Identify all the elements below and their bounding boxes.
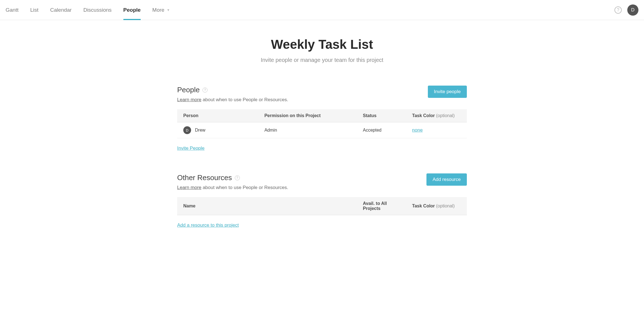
resources-section: Other Resources ? Learn more about when … — [177, 173, 467, 228]
topbar-right: ? D — [614, 4, 638, 16]
resources-learn-more-link[interactable]: Learn more — [177, 185, 201, 190]
invite-people-button[interactable]: Invite people — [428, 86, 467, 98]
page-title: Weekly Task List — [177, 37, 467, 52]
user-avatar[interactable]: D — [627, 4, 638, 16]
nav-tabs: Gantt List Calendar Discussions People M… — [6, 0, 170, 20]
people-section: People ? Learn more about when to use Pe… — [177, 86, 467, 151]
col-status: Status — [357, 109, 406, 122]
people-help-icon[interactable]: ? — [203, 88, 208, 93]
page-subtitle: Invite people or manage your team for th… — [177, 57, 467, 63]
col-task-color-r: Task Color (optional) — [406, 197, 467, 215]
invite-people-link[interactable]: Invite People — [177, 146, 204, 151]
resources-title-text: Other Resources — [177, 173, 232, 182]
people-section-header: People ? Learn more about when to use Pe… — [177, 86, 467, 103]
resources-section-header: Other Resources ? Learn more about when … — [177, 173, 467, 190]
task-color-link[interactable]: none — [412, 127, 423, 133]
table-row: D Drew Admin Accepted none — [177, 122, 467, 138]
resources-help-icon[interactable]: ? — [235, 175, 240, 180]
people-table: Person Permission on this Project Status… — [177, 109, 467, 138]
page-content: Weekly Task List Invite people or manage… — [174, 20, 470, 250]
col-name: Name — [177, 197, 357, 215]
people-section-title: People ? — [177, 86, 288, 94]
col-task-color-text: Task Color — [412, 113, 435, 118]
help-icon[interactable]: ? — [614, 6, 622, 14]
person-avatar: D — [183, 126, 191, 134]
resources-help-text: Learn more about when to use People or R… — [177, 185, 288, 190]
add-resource-link[interactable]: Add a resource to this project — [177, 222, 239, 228]
col-task-color-r-text: Task Color — [412, 204, 435, 208]
people-learn-more-link[interactable]: Learn more — [177, 97, 201, 102]
cell-status: Accepted — [357, 122, 406, 138]
people-help-text: Learn more about when to use People or R… — [177, 97, 288, 103]
resources-help-suffix: about when to use People or Resources. — [201, 185, 288, 190]
add-resource-button[interactable]: Add resource — [426, 173, 467, 186]
col-task-color-r-optional: (optional) — [435, 204, 455, 208]
resources-table: Name Avail. to All Projects Task Color (… — [177, 197, 467, 215]
tab-calendar[interactable]: Calendar — [50, 0, 72, 20]
tab-more[interactable]: More ▼ — [152, 7, 170, 13]
person-name: Drew — [195, 128, 205, 133]
col-person: Person — [177, 109, 258, 122]
col-avail: Avail. to All Projects — [357, 197, 406, 215]
more-label: More — [152, 7, 164, 13]
col-task-color-optional: (optional) — [435, 113, 455, 118]
cell-person: D Drew — [177, 122, 258, 138]
tab-people[interactable]: People — [123, 0, 141, 20]
cell-permission: Admin — [258, 122, 357, 138]
people-help-suffix: about when to use People or Resources. — [201, 97, 288, 102]
people-title-text: People — [177, 86, 200, 94]
col-permission: Permission on this Project — [258, 109, 357, 122]
tab-discussions[interactable]: Discussions — [83, 0, 111, 20]
tab-list[interactable]: List — [30, 0, 38, 20]
chevron-down-icon: ▼ — [167, 8, 170, 12]
resources-section-title: Other Resources ? — [177, 173, 288, 182]
tab-gantt[interactable]: Gantt — [6, 0, 18, 20]
topbar: Gantt List Calendar Discussions People M… — [0, 0, 644, 20]
col-task-color: Task Color (optional) — [406, 109, 467, 122]
cell-task-color: none — [406, 122, 467, 138]
